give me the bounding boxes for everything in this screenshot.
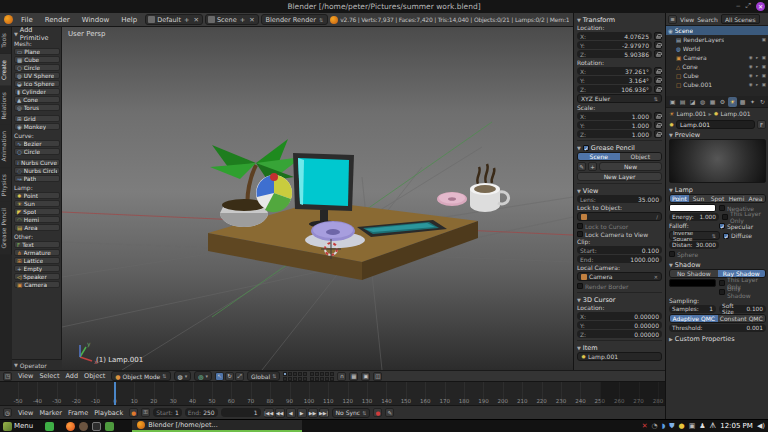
tool-shelf-tab[interactable]: Grease Pencil [0,202,12,255]
timeline-menu-item[interactable]: Frame [65,409,91,417]
gimp-icon[interactable] [79,422,88,431]
render-border-checkbox[interactable] [577,283,583,289]
playback-button[interactable]: |◀◀ [264,408,274,418]
volume-icon[interactable]: ◀) [757,422,765,431]
add-layout-button[interactable]: + [183,16,190,24]
add-mesh-button[interactable]: ▲Cone [14,96,60,103]
add-other-button[interactable]: +Empty [14,265,60,272]
manipulator-button[interactable]: ⤢ [235,372,244,381]
lock-icon[interactable]: ⚿ [141,408,150,417]
qmc-method-toggle[interactable]: Adaptive QMCConstant QMC [669,314,766,323]
lock-icon[interactable] [654,41,662,49]
outliner-row[interactable]: □ Cube ◉ ▸ ▣ [666,71,768,80]
lock-to-cursor-checkbox[interactable] [577,223,583,229]
properties-tab-icon[interactable]: ✦ [748,97,757,107]
terminal-icon[interactable] [92,422,101,431]
lock-to-object-field[interactable]: / [577,212,662,221]
add-mesh-button[interactable]: ◎Torus [14,104,60,111]
restrict-icons[interactable]: ◉ ▸ ▣ [749,64,767,69]
clip-end-field[interactable]: End:1000.000 [577,255,662,263]
tool-shelf-tab[interactable]: Create [0,54,12,86]
playback-button[interactable]: ▶▶ [308,408,318,418]
outliner-row[interactable]: □ Cube.001 ◉ ▸ ▣ [666,80,768,89]
manipulator-button[interactable]: ↻ [225,372,234,381]
sync-dropdown[interactable]: No Sync⇅ [332,408,371,418]
outliner-row[interactable]: ▤ RenderLayers ▣ [666,35,768,44]
mode-dropdown[interactable]: ●Object Mode⇅ [111,371,170,381]
properties-tab-icon[interactable]: ◪ [688,97,697,107]
timeline-menu-item[interactable]: View [15,409,36,417]
timeline-menu-item[interactable]: Playback [91,409,126,417]
tool-shelf-tab[interactable]: Physics [0,168,12,202]
shadow-color-swatch[interactable] [669,279,716,287]
location-field[interactable]: X:4.07625 [577,32,652,40]
record-icon[interactable]: ● [129,408,138,417]
tool-shelf-tab[interactable]: Tools [0,27,12,54]
item-name-field[interactable]: ✹Lamp.001 [577,352,662,361]
pink-donut[interactable] [437,192,467,206]
gpencil-new-button[interactable]: New [599,162,662,171]
restrict-icons[interactable]: ◉ ▸ ▣ [749,73,767,78]
viewport-menu-item[interactable]: Select [36,372,62,380]
lock-camera-checkbox[interactable] [577,231,583,237]
add-curve-button[interactable]: ○Circle [14,148,60,155]
mug[interactable] [470,164,509,212]
timeline-menu-item[interactable]: Marker [36,409,64,417]
outliner-row[interactable]: ◍ World [666,44,768,53]
samples-field[interactable]: Samples:1 [669,305,716,313]
tray-shield-icon[interactable]: ⛊ [669,422,674,431]
blender-logo-icon[interactable] [4,15,13,24]
add-mesh-button[interactable]: ⊞Grid [14,115,60,122]
manipulator-button[interactable]: ↖ [215,372,224,381]
gpencil-source-toggle[interactable]: SceneObject [577,152,662,161]
collapse-icon[interactable]: ▼ [14,31,18,37]
tray-network-icon[interactable]: ◗ [662,422,666,431]
add-mesh-button[interactable]: ◍UV Sphere [14,72,60,79]
orientation-dropdown[interactable]: Global⇅ [247,371,280,381]
specular-checkbox[interactable] [719,223,725,229]
add-lamp-button[interactable]: ◠Hemi [14,216,60,223]
current-frame-field[interactable]: 1 [221,408,261,417]
rotation-field[interactable]: Z:106.936° [577,85,652,93]
shadow-layer-only-checkbox[interactable] [719,280,725,286]
editor-type-icon[interactable]: ◷ [3,408,12,417]
add-other-button[interactable]: ◁Speaker [14,273,60,280]
lock-icon[interactable] [654,130,662,138]
pivot-dropdown[interactable]: ◎▾ [194,371,212,381]
pencil-icon[interactable]: ✎ [577,162,586,171]
menu-item[interactable]: Window [76,16,116,24]
add-other-button[interactable]: ⋔Armature [14,249,60,256]
wifi-icon[interactable]: ᗑ [710,422,717,431]
cursor-location-field[interactable]: X:0.00000 [577,312,662,320]
shading-dropdown[interactable]: ◍▾ [174,371,192,381]
grease-pencil-checkbox[interactable] [583,145,589,151]
render-opengl-icon[interactable]: ▣ [361,372,370,381]
maximize-button[interactable]: ⤢ [745,1,751,11]
scale-field[interactable]: Y:1.000 [577,121,652,129]
cursor-location-field[interactable]: Z:0.00000 [577,330,662,338]
firefox-icon[interactable] [66,422,75,431]
keying-set-icon[interactable]: ✎ [385,408,394,417]
add-lamp-button[interactable]: ☀Sun [14,200,60,207]
screen-layout-selector[interactable]: Default + ✕ [145,14,203,25]
viewport-menu-item[interactable]: Object [81,372,108,380]
lock-icon[interactable] [654,67,662,75]
outliner-search-menu[interactable]: Search [697,16,718,23]
snap-element-icon[interactable]: ▦ [349,372,358,381]
scene-selector[interactable]: Scene + ✕ [205,14,259,25]
collapse-icon[interactable]: ▼ [577,188,581,194]
outliner-view-menu[interactable]: View [680,16,694,23]
tray-clipboard-icon[interactable]: ▣ [689,422,696,431]
collapse-icon[interactable]: ▼ [669,132,673,138]
viewport-menu-item[interactable]: View [15,372,36,380]
menu-item[interactable]: Help [115,16,143,24]
snap-magnet-icon[interactable]: ∩ [337,372,346,381]
properties-tab-icon[interactable]: ☀ [728,97,737,107]
falloff-dropdown[interactable]: Inverse Square⇅ [669,231,720,240]
rotation-field[interactable]: X:37.261° [577,67,652,75]
distance-field[interactable]: Distan:30.000 [669,241,719,249]
layers-widget[interactable] [283,372,334,381]
sphere-checkbox[interactable] [669,251,675,257]
add-scene-button[interactable]: + [239,16,246,24]
delete-layout-button[interactable]: ✕ [192,16,199,24]
